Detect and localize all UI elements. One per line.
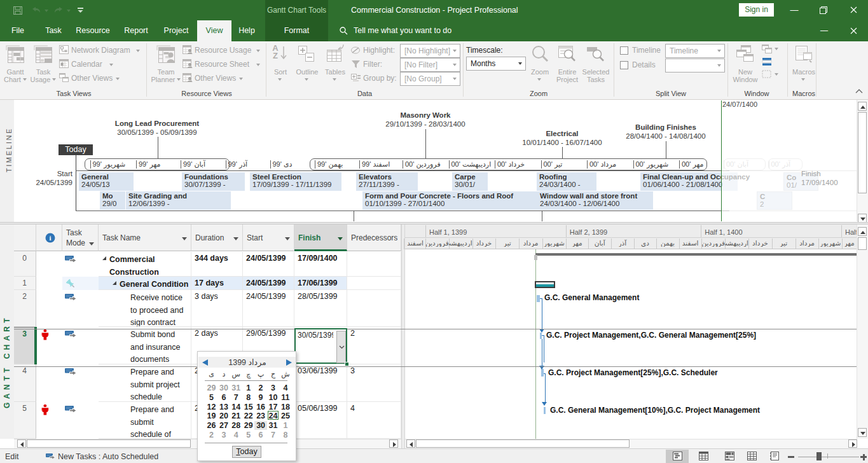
calendar-day-4[interactable]: 4: [230, 431, 242, 439]
zoom-out-button[interactable]: [788, 456, 794, 458]
row-number-4[interactable]: 4: [14, 364, 36, 402]
task-name-cell[interactable]: Receive noticeto proceed andsign contrac…: [99, 290, 191, 327]
outline-expanded-icon[interactable]: [102, 256, 107, 261]
finish-cell-editing[interactable]: 30/05/1399: [294, 328, 347, 364]
timeline-scroll-thumb[interactable]: [858, 112, 867, 193]
finish-cell[interactable]: 05/06/1399: [294, 402, 347, 439]
calendar-day-6[interactable]: 6: [254, 431, 267, 439]
task-name-cell[interactable]: Prepare andsubmitschedule of: [99, 402, 191, 439]
calendar-day-19[interactable]: 19: [205, 411, 218, 420]
calendar-day-3[interactable]: 3: [217, 431, 230, 439]
timeline-bar[interactable]: Window wall and store front24/03/1400 - …: [537, 191, 653, 210]
gantt-scroll-left[interactable]: [406, 439, 415, 448]
status-new-tasks[interactable]: New Tasks : Auto Scheduled: [58, 452, 158, 461]
column-header-duration[interactable]: Duration: [191, 225, 243, 251]
sign-in-button[interactable]: Sign in: [739, 3, 774, 17]
row-number-3[interactable]: 3: [14, 327, 36, 364]
column-filter-arrow[interactable]: [233, 237, 238, 240]
timeline-scroll-up[interactable]: [858, 102, 867, 111]
predecessors-cell[interactable]: 4: [347, 402, 401, 439]
row-number-0[interactable]: 0: [14, 252, 36, 277]
combo-arrow[interactable]: [453, 50, 457, 52]
calendar-day-5[interactable]: 5: [242, 431, 255, 439]
ribbon-other-views-2-button[interactable]: [183, 72, 245, 86]
ribbon-task-usage-button[interactable]: [29, 43, 57, 86]
window-close-child[interactable]: [850, 27, 857, 34]
start-cell[interactable]: 24/05/1399: [243, 277, 294, 290]
finish-cell[interactable]: 17/09/1400: [294, 252, 347, 277]
gantt-scroll-down[interactable]: [858, 428, 867, 437]
column-header-mode[interactable]: TaskMode: [62, 225, 99, 251]
task-name-cell[interactable]: Prepare andsubmit projectschedule: [99, 364, 191, 402]
timeline-bar[interactable]: General24/05/13: [79, 172, 134, 191]
ribbon-team-planner-button[interactable]: [150, 43, 182, 86]
redo-dropdown-arrow[interactable]: [67, 10, 71, 12]
calendar-day-5[interactable]: 5: [205, 393, 218, 402]
ribbon-field-combo-1[interactable]: [No Filter]: [400, 58, 460, 72]
calendar-day-29[interactable]: 29: [205, 384, 218, 392]
calendar-day-7[interactable]: 7: [230, 393, 242, 402]
calendar-day-31[interactable]: 31: [230, 384, 242, 392]
calendar-day-21[interactable]: 21: [230, 411, 242, 420]
duration-cell[interactable]: 17 days: [191, 277, 243, 290]
gantt-scroll-right[interactable]: [848, 439, 857, 448]
calendar-day-25[interactable]: 25: [279, 411, 292, 420]
calendar-day-31[interactable]: 31: [267, 421, 280, 430]
calendar-day-4[interactable]: 4: [279, 384, 292, 392]
ribbon-calendar-button[interactable]: [59, 58, 116, 72]
ribbon-selected-tasks-button[interactable]: [581, 43, 610, 86]
arrange-all-icon[interactable]: [762, 45, 772, 53]
column-filter-arrow[interactable]: [182, 237, 187, 240]
calendar-day-14[interactable]: 14: [230, 403, 242, 411]
gantt-side-strip[interactable]: GANTT CHART: [0, 225, 14, 439]
restore-button[interactable]: [820, 6, 827, 14]
collapse-ribbon-icon[interactable]: [855, 88, 863, 93]
calendar-day-7[interactable]: 7: [267, 431, 280, 439]
gantt-scroll-thumb-h[interactable]: [416, 439, 630, 448]
timeline-bar[interactable]: Foundations30/07/1399 -: [182, 172, 245, 191]
timeline-bar[interactable]: Roofing24/03/1400 -: [537, 172, 596, 191]
timescale-combo-arrow[interactable]: [518, 62, 522, 65]
column-filter-arrow[interactable]: [89, 242, 94, 245]
undo-icon[interactable]: [31, 6, 41, 15]
calendar-day-30[interactable]: 30: [217, 384, 230, 392]
calendar-prev-month-button[interactable]: [202, 359, 208, 366]
table-scroll-right[interactable]: [389, 439, 398, 448]
gantt-vscrollbar[interactable]: [857, 225, 868, 439]
calendar-day-23[interactable]: 23: [254, 411, 267, 420]
ribbon-zoom-button[interactable]: [528, 43, 552, 86]
tell-me-box[interactable]: Tell me what you want to do: [354, 26, 451, 35]
status-view-resource-sheet-icon[interactable]: [747, 452, 757, 460]
timeline-checkbox[interactable]: [620, 46, 628, 55]
column-filter-arrow[interactable]: [338, 237, 343, 240]
task-name-cell[interactable]: CommercialConstruction: [99, 252, 191, 277]
row-number-2[interactable]: 2: [14, 290, 36, 327]
gantt-chart-area[interactable]: G.C. General ManagementG.C. Project Mana…: [405, 249, 857, 439]
qat-customize-icon[interactable]: [77, 8, 84, 13]
calendar-day-15[interactable]: 15: [242, 403, 255, 411]
zoom-slider-handle[interactable]: [816, 452, 822, 460]
column-header-pred[interactable]: Predecessors: [347, 225, 401, 251]
undo-dropdown-arrow[interactable]: [45, 10, 48, 12]
predecessors-cell[interactable]: 2: [347, 327, 401, 364]
task-name-cell[interactable]: General Condition: [99, 277, 191, 290]
timeline-bar[interactable]: Site Grading and12/06/1399 -: [126, 191, 231, 210]
calendar-day-30[interactable]: 30: [254, 421, 267, 430]
status-view-report-icon[interactable]: [770, 452, 780, 460]
calendar-next-month-button[interactable]: [286, 359, 292, 366]
calendar-day-8[interactable]: 8: [242, 393, 255, 402]
ribbon-field-combo-2[interactable]: [No Group]: [400, 72, 460, 86]
table-scroll-left[interactable]: [17, 439, 26, 448]
combo-arrow[interactable]: [453, 78, 457, 80]
calendar-day-26[interactable]: 26: [205, 421, 218, 430]
tab-project[interactable]: Project: [153, 20, 200, 41]
ribbon-sort-button[interactable]: [269, 43, 292, 86]
column-header-name[interactable]: Task Name: [99, 225, 191, 251]
predecessors-cell[interactable]: [347, 252, 401, 277]
timeline-view-combo[interactable]: Timeline: [665, 44, 725, 58]
outline-expanded-icon[interactable]: [112, 280, 117, 286]
ribbon-gantt-chart-button[interactable]: [1, 43, 29, 86]
ribbon-entire-project-button[interactable]: [553, 43, 581, 86]
table-scroll-thumb[interactable]: [27, 439, 191, 448]
ribbon-field-combo-0[interactable]: [No Highlight]: [400, 44, 460, 58]
